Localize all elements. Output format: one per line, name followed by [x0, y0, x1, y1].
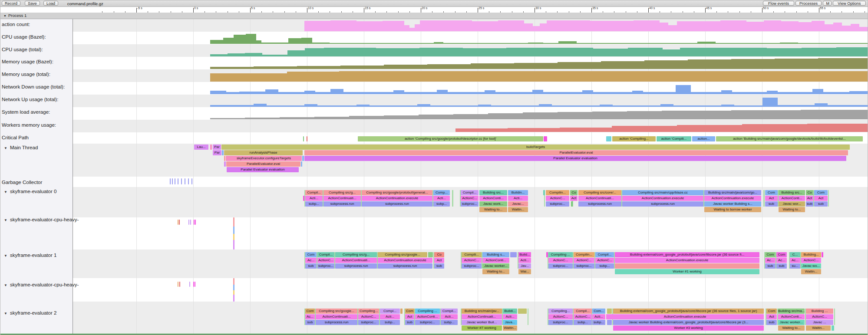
- trace-event-bar[interactable]: Act: [405, 314, 414, 319]
- trace-event-bar[interactable]: Javac...: [508, 201, 528, 207]
- trace-event-bar[interactable]: Javac ...: [806, 320, 833, 325]
- trace-event-bar[interactable]: [190, 220, 191, 225]
- trace-event-bar[interactable]: Building src...: [779, 190, 805, 195]
- trace-event-bar[interactable]: Par: [213, 150, 221, 155]
- track-group-label[interactable]: ▼skyframe-evaluator-cpu-heavy-: [2, 217, 79, 222]
- trace-event-bar[interactable]: Com: [776, 252, 787, 257]
- trace-event-bar[interactable]: Buildin...: [508, 190, 528, 195]
- trace-event-bar[interactable]: action 'Compiling...: [612, 136, 656, 141]
- trace-event-bar[interactable]: Compiling src/core/...: [578, 190, 621, 195]
- toolbar-button-record[interactable]: Record: [2, 1, 20, 6]
- trace-event-bar[interactable]: ActionContinuati...: [462, 314, 502, 319]
- trace-event-bar[interactable]: subprocess.run: [335, 263, 377, 269]
- trace-event-bar[interactable]: Act: [806, 196, 813, 201]
- trace-event-bar[interactable]: Javac worker Buil...: [462, 320, 502, 325]
- trace-event-bar[interactable]: [189, 282, 190, 287]
- track-group-label[interactable]: ▼skyframe-evaluator-cpu-heavy-: [2, 282, 79, 287]
- trace-event-bar[interactable]: [170, 178, 171, 184]
- trace-event-bar[interactable]: subprocess.run: [323, 201, 361, 207]
- trace-event-bar[interactable]: subproc...: [461, 201, 479, 207]
- trace-event-bar[interactable]: Compil...: [574, 309, 592, 314]
- trace-event-bar[interactable]: sub: [305, 320, 315, 325]
- trace-event-bar[interactable]: subproc...: [546, 201, 569, 207]
- toolbar-button-flow-events[interactable]: Flow events: [763, 1, 794, 6]
- trace-event-bar[interactable]: [195, 282, 195, 287]
- trace-event-bar[interactable]: Building s...: [482, 252, 509, 257]
- trace-event-bar[interactable]: Compiling src/google/protobuf/generat...: [362, 190, 432, 195]
- trace-event-bar[interactable]: sub: [776, 263, 787, 269]
- trace-event-bar[interactable]: Waitin...: [508, 207, 528, 212]
- trace-event-bar[interactable]: [518, 309, 527, 314]
- trace-event-bar[interactable]: Waiting to...: [479, 207, 507, 212]
- trace-event-bar[interactable]: [546, 252, 548, 257]
- trace-event-bar[interactable]: Javac wo...: [801, 263, 821, 269]
- trace-event-bar[interactable]: Jav...: [518, 263, 531, 269]
- trace-event-bar[interactable]: Build...: [518, 252, 531, 257]
- trace-event-bar[interactable]: Building src...: [479, 190, 507, 195]
- trace-event-bar[interactable]: Act: [434, 258, 444, 263]
- trace-event-bar[interactable]: [832, 325, 834, 331]
- trace-event-bar[interactable]: Javac work...: [479, 201, 507, 207]
- trace-event-bar[interactable]: [172, 178, 173, 184]
- track-group-label[interactable]: ▼Main Thread: [2, 145, 38, 150]
- trace-event-bar[interactable]: Ac...: [765, 258, 776, 263]
- track-group-label[interactable]: ▼skyframe-evaluator 0: [2, 189, 56, 194]
- trace-event-bar[interactable]: Compiling...: [358, 309, 379, 314]
- trace-event-bar[interactable]: subp...: [592, 320, 605, 325]
- trace-event-bar[interactable]: ParallelEvaluator.eval: [304, 150, 848, 155]
- trace-event-bar[interactable]: Ac...: [790, 258, 800, 263]
- trace-event-bar[interactable]: Javac worker...: [778, 320, 805, 325]
- trace-event-bar[interactable]: buildTargets: [221, 145, 850, 150]
- track-group-label[interactable]: ▼skyframe-evaluator 2: [2, 310, 56, 315]
- trace-event-bar[interactable]: Building external/com_google_protobuf/ja…: [615, 252, 759, 257]
- trace-event-bar[interactable]: action 'Compili...: [657, 136, 691, 141]
- trace-event-bar[interactable]: Acti...: [380, 314, 400, 319]
- collapse-arrow-icon[interactable]: ▼: [4, 283, 7, 287]
- trace-event-bar[interactable]: Worker #3 working: [613, 325, 764, 331]
- trace-event-bar[interactable]: Co: [434, 252, 444, 257]
- trace-event-bar[interactable]: Javac worker...: [482, 263, 509, 269]
- trace-event-bar[interactable]: subprocess.run: [378, 263, 432, 269]
- trace-event-bar[interactable]: ActionC...: [574, 314, 592, 319]
- trace-event-bar[interactable]: C...: [790, 252, 800, 257]
- trace-event-bar[interactable]: Wai...: [518, 269, 531, 274]
- trace-event-bar[interactable]: su...: [790, 263, 800, 269]
- trace-event-bar[interactable]: ActionContinuation.execute: [622, 196, 703, 201]
- trace-event-bar[interactable]: Acti...: [433, 196, 450, 201]
- trace-event-bar[interactable]: Parallel Evaluator evaluation: [304, 156, 846, 161]
- trace-event-bar[interactable]: Waiting to...: [482, 269, 509, 274]
- trace-event-bar[interactable]: Java...: [503, 320, 517, 325]
- trace-event-bar[interactable]: Javac wor...: [779, 201, 805, 207]
- trace-event-bar[interactable]: [222, 150, 224, 155]
- trace-event-bar[interactable]: ActionC...: [546, 196, 569, 201]
- trace-event-bar[interactable]: [302, 156, 304, 161]
- trace-event-bar[interactable]: Compilin...: [546, 190, 569, 195]
- trace-event-bar[interactable]: skyframeExecutor.configureTargets: [226, 156, 302, 161]
- trace-event-bar[interactable]: Par: [213, 145, 221, 150]
- trace-event-bar[interactable]: sub: [765, 263, 776, 269]
- trace-event-bar[interactable]: [178, 220, 178, 225]
- trace-event-bar[interactable]: Compiling src/main/cpp/blaze.cc: [622, 190, 703, 195]
- trace-event-bar[interactable]: Com: [765, 252, 776, 257]
- trace-event-bar[interactable]: Building src/main/java/com/go...: [704, 190, 761, 195]
- trace-event-bar[interactable]: ActionContinuation.execute: [378, 258, 432, 263]
- trace-event-bar[interactable]: Worker #1 working: [615, 269, 759, 274]
- trace-event-bar[interactable]: ActionContinuati...: [578, 196, 621, 201]
- trace-event-bar[interactable]: [303, 196, 304, 201]
- trace-event-bar[interactable]: [195, 220, 196, 225]
- collapse-arrow-icon[interactable]: ▼: [4, 312, 7, 315]
- trace-event-bar[interactable]: Compiling...: [548, 309, 573, 314]
- trace-event-bar[interactable]: ActionContinuati...: [335, 258, 377, 263]
- trace-event-bar[interactable]: subproc...: [358, 320, 379, 325]
- trace-event-bar[interactable]: sub: [434, 263, 444, 269]
- trace-event-bar[interactable]: sub: [766, 320, 777, 325]
- trace-event-bar[interactable]: ActionContinuation.execute: [362, 196, 432, 201]
- trace-event-bar[interactable]: Compi...: [380, 309, 400, 314]
- trace-event-bar[interactable]: ActionC...: [358, 314, 379, 319]
- trace-event-bar[interactable]: Buildi...: [503, 309, 517, 314]
- trace-event-bar[interactable]: ActionConti...: [482, 258, 509, 263]
- trace-event-bar[interactable]: Act: [814, 196, 828, 201]
- trace-event-bar[interactable]: Act: [765, 196, 778, 201]
- trace-event-bar[interactable]: ActionC...: [574, 258, 594, 263]
- collapse-arrow-icon[interactable]: ▼: [4, 190, 7, 194]
